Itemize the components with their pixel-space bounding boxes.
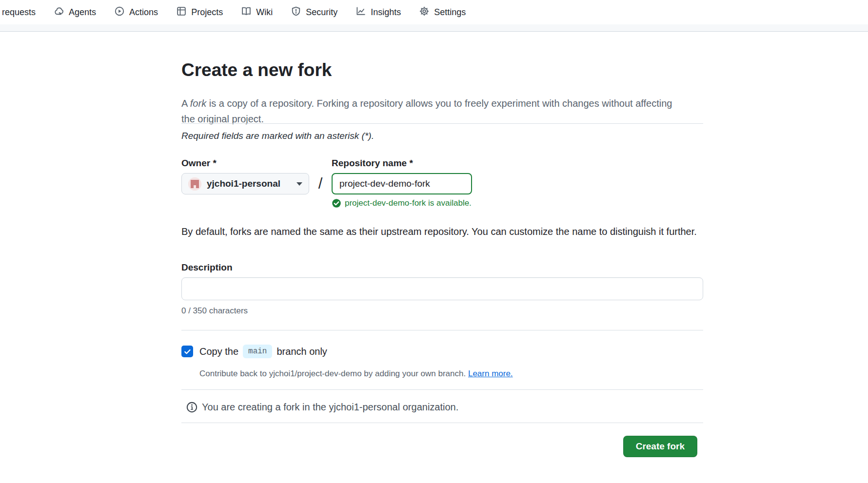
description-input[interactable] (181, 277, 703, 300)
tab-pull-requests[interactable]: requests (2, 7, 36, 18)
checkmark-icon (183, 348, 192, 356)
repository-name-input[interactable] (332, 173, 472, 194)
branch-name-chip: main (243, 345, 272, 358)
contribute-note: Contribute back to yjchoi1/project-dev-d… (199, 369, 513, 379)
repo-tab-bar: requests Agents Actions Projects Wiki Se… (0, 0, 868, 32)
table-icon (177, 6, 186, 19)
repo-tabs-row: requests Agents Actions Projects Wiki Se… (0, 0, 868, 24)
check-circle-icon (332, 198, 341, 208)
tab-actions-label: Actions (129, 7, 158, 18)
graph-icon (356, 6, 366, 19)
owner-avatar (188, 177, 201, 191)
tab-wiki-label: Wiki (256, 7, 273, 18)
fork-naming-note: By default, forks are named the same as … (181, 224, 697, 239)
org-notice-text: You are creating a fork in the yjchoi1-p… (202, 402, 458, 413)
shield-icon (291, 6, 301, 19)
fork-word-italic: fork (190, 98, 206, 109)
play-circle-icon (115, 6, 124, 19)
owner-select-dropdown[interactable]: yjchoi1-personal (181, 173, 309, 194)
page-title: Create a new fork (181, 59, 332, 81)
name-availability-message: project-dev-demo-fork is available. (332, 198, 472, 208)
tab-actions[interactable]: Actions (115, 6, 158, 19)
owner-label: Owner * (181, 158, 217, 169)
tab-agents-label: Agents (69, 7, 96, 18)
tab-insights-label: Insights (371, 7, 401, 18)
header-bottom-strip (0, 24, 868, 32)
create-fork-button[interactable]: Create fork (623, 436, 697, 457)
fork-intro-text: A fork is a copy of a repository. Forkin… (181, 96, 675, 127)
book-icon (241, 6, 251, 19)
org-notice-row: You are creating a fork in the yjchoi1-p… (181, 402, 458, 413)
copilot-cloud-icon (54, 6, 64, 19)
tab-security-label: Security (306, 7, 337, 18)
divider (181, 123, 703, 124)
tab-insights[interactable]: Insights (356, 6, 401, 19)
tab-wiki[interactable]: Wiki (241, 6, 273, 19)
copy-branch-label: Copy the main branch only (199, 345, 327, 358)
info-icon (186, 402, 197, 413)
tab-projects-label: Projects (191, 7, 223, 18)
copy-branch-row: Copy the main branch only (181, 344, 327, 359)
description-label: Description (181, 262, 233, 273)
learn-more-link[interactable]: Learn more. (468, 369, 513, 378)
divider (181, 330, 703, 330)
copy-branch-checkbox[interactable] (181, 346, 193, 357)
divider (181, 389, 703, 390)
tab-projects[interactable]: Projects (177, 6, 223, 19)
description-char-counter: 0 / 350 characters (181, 306, 248, 316)
chevron-down-icon (296, 182, 302, 186)
tab-agents[interactable]: Agents (54, 6, 96, 19)
tab-security[interactable]: Security (291, 6, 337, 19)
required-fields-note: Required fields are marked with an aster… (181, 131, 374, 141)
create-fork-form: Create a new fork A fork is a copy of a … (181, 32, 703, 483)
owner-repo-separator: / (309, 173, 332, 194)
gear-icon (419, 6, 429, 19)
availability-text: project-dev-demo-fork is available. (345, 198, 472, 208)
tab-settings-label: Settings (434, 7, 466, 18)
tab-settings[interactable]: Settings (419, 6, 466, 19)
owner-selected-value: yjchoi1-personal (207, 178, 280, 189)
tab-pull-requests-label: requests (2, 7, 36, 18)
divider (181, 423, 703, 423)
repository-name-label: Repository name * (332, 158, 413, 169)
